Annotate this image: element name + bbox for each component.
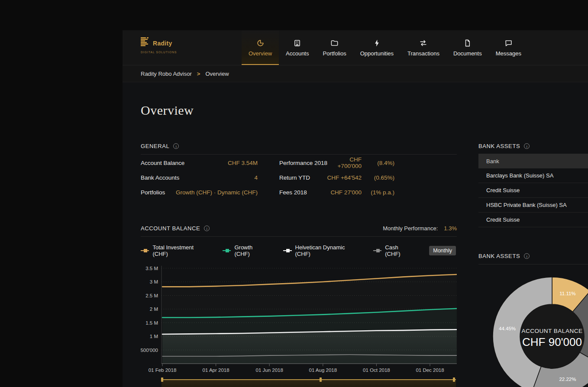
legend-label: Growth (CHF) [234,244,267,257]
general-row: Performance 2018CHF +700'000(8.4%) [279,155,394,170]
bank-column-header[interactable]: Bank [478,154,588,168]
nav-item-label: Opportunities [360,50,394,57]
legend-label: Total Investment (CHF) [152,244,206,257]
general-row-extra: (1% p.a.) [362,189,394,196]
general-row-label: Account Balance [141,160,184,166]
account-balance-line-chart[interactable]: 500'0001 M1.5 M2 M2.5 M3 M3.5 M01 Feb 20… [141,262,457,374]
legend-item[interactable]: Helvetican Dynamic (CHF) [283,244,357,257]
general-section-title: GENERAL [141,143,169,149]
nav-item-label: Transactions [407,50,439,57]
general-row-label: Fees 2018 [279,189,307,196]
breadcrumb-current: Overview [205,71,229,77]
nav-item-label: Overview [249,50,272,57]
nav-item-accounts[interactable]: Accounts [279,30,316,65]
bank-assets-donut-chart[interactable]: 11.11%22.22%22.22%44.45%ACCOUNT BALANCEC… [478,273,588,387]
svg-text:2 M: 2 M [150,306,158,312]
nav-item-documents[interactable]: Documents [446,30,489,65]
donut-center-label: ACCOUNT BALANCE [522,328,583,334]
general-row: Return YTDCHF +64'542(0.65%) [279,170,394,185]
bank-row[interactable]: HSBC Private Bank (Suisse) SA [478,198,588,213]
nav-item-label: Messages [496,50,521,57]
nav-item-messages[interactable]: Messages [489,30,528,65]
brush-handle-left[interactable] [161,377,163,382]
general-row: Fees 2018CHF 27'000(1% p.a.) [279,185,394,200]
legend-label: Cash (CHF) [385,244,413,257]
general-right-column: Performance 2018CHF +700'000(8.4%)Return… [279,155,394,200]
info-icon[interactable]: i [204,226,210,231]
general-row-extra: (8.4%) [362,160,394,166]
account-balance-section: ACCOUNT BALANCE i Monthly Performance: 1… [141,224,457,387]
nav-item-label: Portfolios [323,50,346,57]
brand-name: Radity [153,40,172,47]
general-row-value: CHF +64'542 [310,174,362,181]
folder-icon [330,39,339,47]
svg-text:01 Apr 2018: 01 Apr 2018 [203,368,229,373]
range-monthly-button[interactable]: Monthly [429,246,456,255]
general-row-value: Growth (CHF) · Dynamic (CHF) [165,189,258,196]
svg-text:1.5 M: 1.5 M [145,320,158,326]
info-icon[interactable]: i [524,143,530,149]
general-row: PortfoliosGrowth (CHF) · Dynamic (CHF) [141,185,258,200]
nav-item-opportunities[interactable]: Opportunities [353,30,401,65]
legend-marker-icon [141,250,149,251]
pie-chart-icon [256,39,265,47]
bank-row[interactable]: Barclays Bank (Suisse) SA [478,168,588,183]
donut-slice-label: 11.11% [559,291,575,296]
legend-item[interactable]: Total Investment (CHF) [141,244,206,257]
bank-assets-table-title: BANK ASSETS [478,143,520,149]
svg-text:01 Aug 2018: 01 Aug 2018 [309,368,337,373]
donut-center-value: CHF 90'000 [522,335,582,348]
legend-marker-icon [223,250,231,251]
svg-text:01 Dec 2018: 01 Dec 2018 [416,368,444,373]
general-row-value: 4 [179,174,258,181]
lightning-icon [373,39,381,47]
breadcrumb-separator-icon: > [197,71,200,77]
svg-text:01 Jun 2018: 01 Jun 2018 [256,368,283,373]
general-row: Bank Accounts4 [141,170,258,185]
donut-slice-label: 22.22% [559,377,576,382]
bank-row[interactable]: Credit Suisse [478,213,588,227]
legend-marker-icon [373,250,381,251]
bank-row[interactable]: Credit Suisse [478,183,588,198]
legend-item[interactable]: Cash (CHF) [373,244,413,257]
nav-items: OverviewAccountsPortfoliosOpportunitiesT… [242,30,528,65]
general-section: GENERAL i Account BalanceCHF 3.54MBank A… [141,142,457,200]
info-icon[interactable]: i [524,253,530,259]
bank-assets-donut-section: BANK ASSETS i 11.11%22.22%22.22%44.45%AC… [478,252,588,264]
nav-item-transactions[interactable]: Transactions [401,30,446,65]
radity-logo-icon [141,37,149,49]
nav-item-portfolios[interactable]: Portfolios [316,30,353,65]
page-title: Overview [141,103,194,118]
robo-advisor-app: Radity DIGITAL SOLUTIONS OverviewAccount… [123,30,588,387]
chart-range-brush[interactable] [162,379,456,387]
breadcrumb: Radity Robo Advisor > Overview [123,65,588,82]
legend-item[interactable]: Growth (CHF) [223,244,267,257]
repeat-arrows-icon [419,39,427,47]
account-balance-title: ACCOUNT BALANCE [141,225,200,232]
brand-logo[interactable]: Radity DIGITAL SOLUTIONS [141,37,177,54]
document-icon [463,39,472,47]
svg-text:01 Oct 2018: 01 Oct 2018 [363,368,390,373]
svg-text:1 M: 1 M [150,334,158,339]
legend-marker-icon [283,250,291,251]
general-row-value: CHF +700'000 [327,156,362,169]
nav-item-overview[interactable]: Overview [242,30,279,65]
svg-text:500'000: 500'000 [141,348,158,353]
svg-text:2.5 M: 2.5 M [145,293,158,298]
brush-handle-mid[interactable] [320,377,322,382]
bank-card-icon [293,39,301,47]
general-row-value: CHF 27'000 [307,189,362,196]
general-row-label: Bank Accounts [141,174,179,181]
brush-handle-right[interactable] [453,377,455,382]
general-left-column: Account BalanceCHF 3.54MBank Accounts4Po… [141,155,258,200]
svg-text:3 M: 3 M [150,279,158,284]
brand-tagline: DIGITAL SOLUTIONS [141,51,177,54]
svg-text:01 Feb 2018: 01 Feb 2018 [149,368,177,373]
monthly-performance-value: 1.3% [444,225,457,232]
chart-legend: Total Investment (CHF)Growth (CHF)Helvet… [141,245,457,256]
legend-label: Helvetican Dynamic (CHF) [295,244,357,257]
breadcrumb-root[interactable]: Radity Robo Advisor [141,71,192,77]
info-icon[interactable]: i [173,143,179,149]
nav-item-label: Accounts [286,50,309,57]
bank-assets-table-section: BANK ASSETS i Bank Barclays Bank (Suisse… [478,142,588,227]
